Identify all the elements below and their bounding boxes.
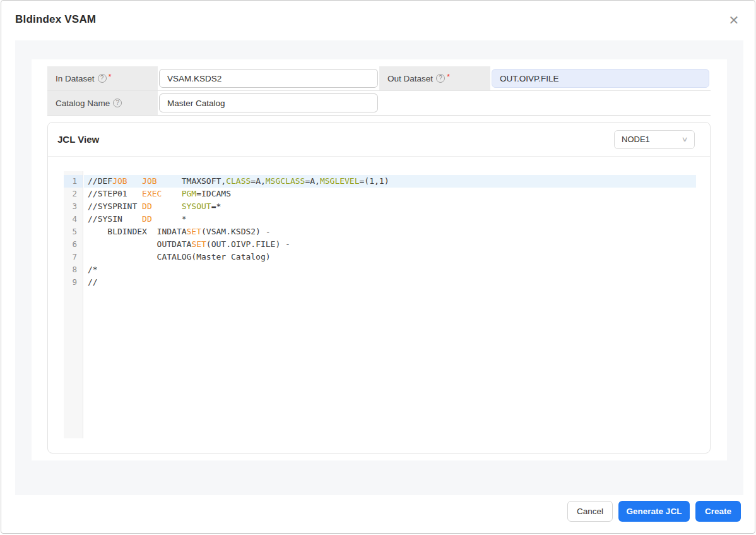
form-row-1: In Dataset ? * Out Dataset ? * — [47, 66, 711, 90]
line-number: 3 — [64, 200, 83, 213]
catalog-name-input[interactable] — [159, 93, 378, 112]
out-dataset-input[interactable] — [492, 69, 709, 88]
out-dataset-label: Out Dataset — [387, 74, 433, 83]
code-line: CATALOG(Master Catalog) — [84, 251, 696, 263]
in-dataset-label-cell: In Dataset ? * — [47, 66, 158, 90]
help-icon[interactable]: ? — [436, 74, 445, 83]
empty-cell — [379, 91, 711, 115]
table-bottom-border — [47, 115, 711, 116]
line-number: 1 — [64, 175, 83, 188]
generate-jcl-button[interactable]: Generate JCL — [618, 501, 690, 522]
required-mark: * — [447, 72, 450, 81]
catalog-name-input-cell — [158, 91, 379, 115]
out-dataset-input-cell — [490, 66, 711, 90]
line-number: 8 — [64, 263, 83, 276]
required-mark: * — [109, 72, 112, 81]
form-row-2: Catalog Name ? — [47, 91, 711, 115]
code-line: OUTDATASET(OUT.OIVP.FILE) - — [84, 238, 696, 251]
code-line: //SYSPRINT DD SYSOUT=* — [84, 200, 696, 213]
dialog-title: Bldindex VSAM — [15, 13, 96, 26]
cancel-button[interactable]: Cancel — [567, 501, 613, 522]
in-dataset-label: In Dataset — [56, 74, 95, 83]
in-dataset-input-cell — [158, 66, 379, 90]
code-lines: //DEFJOB JOB TMAXSOFT,CLASS=A,MSGCLASS=A… — [84, 171, 696, 289]
code-line: //STEP01 EXEC PGM=IDCAMS — [84, 188, 696, 200]
out-dataset-label-cell: Out Dataset ? * — [379, 66, 490, 90]
in-dataset-input[interactable] — [159, 69, 378, 88]
line-number: 9 — [64, 276, 83, 289]
dataset-form-table: In Dataset ? * Out Dataset ? * — [47, 66, 711, 116]
bldindex-vsam-dialog: Bldindex VSAM ✕ In Dataset ? * Out Datas… — [1, 0, 755, 534]
catalog-name-label-cell: Catalog Name ? — [47, 91, 158, 115]
code-line: /* — [84, 263, 696, 276]
code-editor[interactable]: 123456789 //DEFJOB JOB TMAXSOFT,CLASS=A,… — [64, 171, 696, 438]
line-number: 4 — [64, 213, 83, 225]
node-select[interactable]: NODE1 ∨ — [614, 130, 695, 149]
code-line: // — [84, 276, 696, 289]
code-line: BLDINDEX INDATASET(VSAM.KSDS2) - — [84, 225, 696, 238]
code-line: //DEFJOB JOB TMAXSOFT,CLASS=A,MSGCLASS=A… — [84, 175, 696, 188]
code-line: //SYSIN DD * — [84, 213, 696, 225]
line-number: 6 — [64, 238, 83, 251]
line-number: 5 — [64, 225, 83, 238]
node-select-value: NODE1 — [622, 135, 650, 144]
jcl-view-title: JCL View — [57, 134, 99, 145]
close-icon[interactable]: ✕ — [726, 12, 742, 28]
dialog-footer: Cancel Generate JCL Create — [567, 501, 741, 522]
line-number: 2 — [64, 188, 83, 200]
help-icon[interactable]: ? — [113, 99, 122, 107]
jcl-view-panel: JCL View NODE1 ∨ 123456789 //DEFJOB JOB … — [47, 122, 711, 454]
line-number: 7 — [64, 251, 83, 263]
help-icon[interactable]: ? — [98, 74, 107, 83]
line-number-gutter: 123456789 — [64, 171, 83, 438]
content-panel: In Dataset ? * Out Dataset ? * — [32, 59, 727, 460]
catalog-name-label: Catalog Name — [56, 99, 110, 108]
create-button[interactable]: Create — [695, 501, 741, 522]
jcl-view-header: JCL View NODE1 ∨ — [48, 123, 710, 157]
chevron-down-icon: ∨ — [681, 135, 688, 143]
dialog-content-area: In Dataset ? * Out Dataset ? * — [15, 40, 743, 495]
